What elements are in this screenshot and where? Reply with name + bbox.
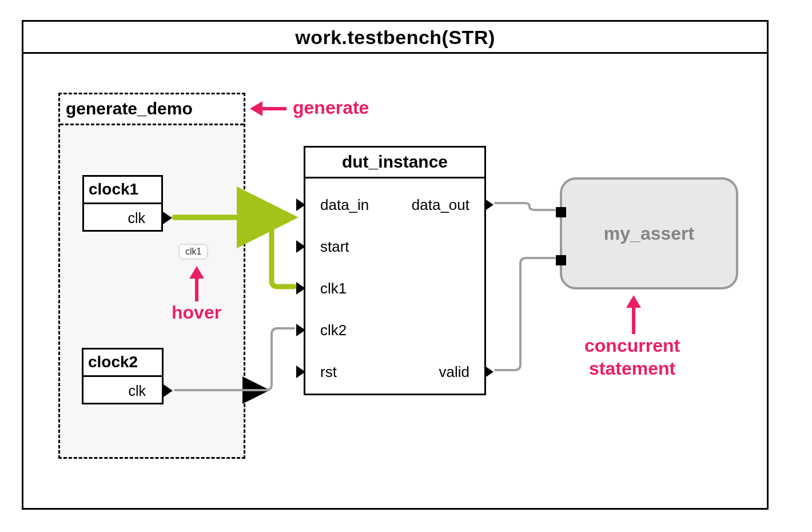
assert-input-port-bottom[interactable] <box>556 255 566 265</box>
clock2-port-clk[interactable]: clk <box>83 377 162 404</box>
clock1-port-label: clk <box>128 210 145 226</box>
dut-port-data-out[interactable]: data_out <box>412 196 484 214</box>
dut-port-data-in[interactable]: data_in <box>305 196 369 214</box>
output-port-icon <box>164 384 173 397</box>
generate-demo-label: generate_demo <box>60 94 244 125</box>
clock2-port-label: clk <box>128 383 146 399</box>
clock2-block[interactable]: clock2 clk <box>82 348 164 404</box>
port-label: clk1 <box>320 280 347 297</box>
port-label: valid <box>439 363 469 380</box>
testbench-title: work.testbench(STR) <box>23 22 767 54</box>
dut-port-clk1[interactable]: clk1 <box>305 279 347 297</box>
clock1-title: clock1 <box>84 177 161 204</box>
input-port-icon <box>296 198 305 211</box>
input-port-icon <box>296 240 305 253</box>
input-port-icon <box>296 282 305 295</box>
my-assert-block[interactable]: my_assert <box>560 177 738 289</box>
annotation-concurrent-line1: concurrent <box>584 335 680 356</box>
my-assert-label: my_assert <box>604 223 694 244</box>
annotation-concurrent-line2: statement <box>589 358 675 379</box>
output-port-icon <box>484 198 493 211</box>
port-label: rst <box>320 363 337 380</box>
dut-port-start[interactable]: start <box>305 237 349 256</box>
output-port-icon <box>484 366 493 378</box>
port-label: data_out <box>412 196 469 213</box>
port-label: start <box>320 238 349 255</box>
input-port-icon <box>296 324 305 336</box>
dut-title: dut_instance <box>305 148 484 178</box>
annotation-generate: generate <box>293 97 369 118</box>
output-port-icon <box>163 212 172 224</box>
diagram-canvas: work.testbench(STR) generate_demo clock1… <box>0 0 812 532</box>
wire-hover-tooltip: clk1 <box>179 244 208 259</box>
clock1-block[interactable]: clock1 clk <box>82 175 163 232</box>
dut-body: data_in start clk1 clk2 rst data_out <box>305 178 484 394</box>
input-port-icon <box>296 366 305 378</box>
dut-port-clk2[interactable]: clk2 <box>305 321 347 339</box>
clock2-title: clock2 <box>83 350 162 377</box>
dut-port-rst[interactable]: rst <box>305 363 337 381</box>
dut-instance-block[interactable]: dut_instance data_in start clk1 clk2 rst <box>304 146 486 395</box>
port-label: clk2 <box>320 321 347 339</box>
port-label: data_in <box>320 196 369 213</box>
annotation-hover: hover <box>172 302 221 323</box>
clock1-port-clk[interactable]: clk <box>84 204 161 232</box>
dut-port-valid[interactable]: valid <box>439 363 484 381</box>
assert-input-port-top[interactable] <box>556 207 566 217</box>
